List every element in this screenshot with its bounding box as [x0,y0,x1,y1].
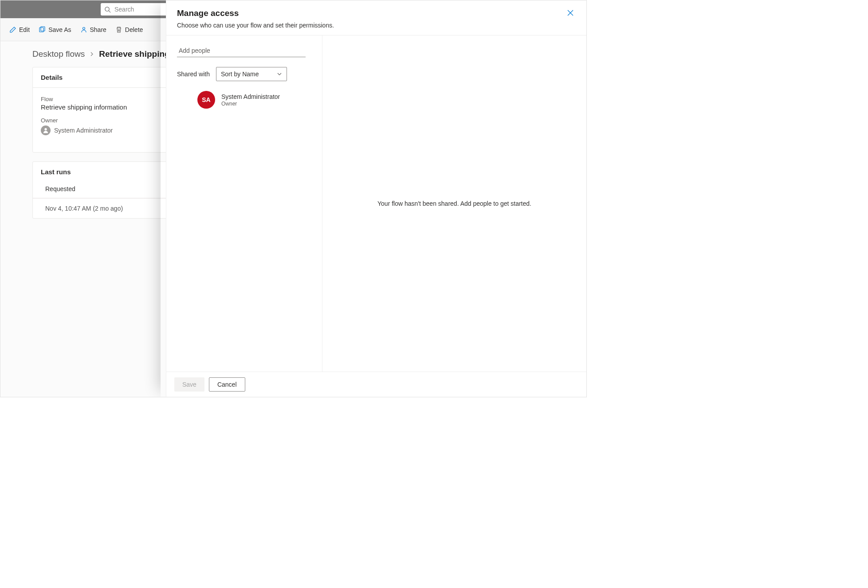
save-as-icon [39,26,46,33]
edit-icon [9,26,16,33]
share-button[interactable]: Share [77,24,110,36]
delete-button[interactable]: Delete [112,24,146,36]
edit-button[interactable]: Edit [6,24,33,36]
share-icon [80,26,87,33]
sort-dropdown[interactable]: Sort by Name [216,67,287,81]
delete-label: Delete [125,26,143,33]
save-button[interactable]: Save [174,377,204,392]
svg-point-0 [105,7,109,11]
delete-icon [115,26,122,33]
modal-header: Manage access Choose who can use your fl… [166,0,586,35]
svg-point-5 [44,128,47,130]
close-icon [567,9,574,16]
breadcrumb-current: Retrieve shipping i [99,49,174,59]
share-label: Share [90,26,106,33]
modal-left-pane: Shared with Sort by Name SA System Admin… [166,35,322,372]
chevron-right-icon [89,49,94,59]
svg-line-1 [109,11,110,12]
search-placeholder: Search [114,6,134,13]
add-people-input[interactable] [177,44,306,57]
breadcrumb-root[interactable]: Desktop flows [32,49,85,59]
chevron-down-icon [277,71,282,77]
person-icon [41,125,51,135]
shared-person-row[interactable]: SA System Administrator Owner [177,91,311,109]
save-as-label: Save As [48,26,71,33]
search-icon [104,6,111,13]
svg-point-4 [82,27,85,29]
modal-footer: Save Cancel [166,372,586,397]
close-button[interactable] [565,8,576,20]
person-name: System Administrator [221,93,280,100]
cancel-button[interactable]: Cancel [209,377,245,392]
edit-label: Edit [19,26,30,33]
shared-with-label: Shared with [177,71,210,78]
modal-subtitle: Choose who can use your flow and set the… [177,22,565,29]
manage-access-panel: Manage access Choose who can use your fl… [166,0,586,397]
modal-right-pane: Your flow hasn't been shared. Add people… [322,35,586,372]
save-as-button[interactable]: Save As [35,24,75,36]
empty-state-message: Your flow hasn't been shared. Add people… [377,200,531,207]
owner-name: System Administrator [54,127,113,134]
person-role: Owner [221,101,280,107]
sort-dropdown-value: Sort by Name [221,71,259,78]
avatar: SA [197,91,215,109]
modal-title: Manage access [177,8,565,18]
